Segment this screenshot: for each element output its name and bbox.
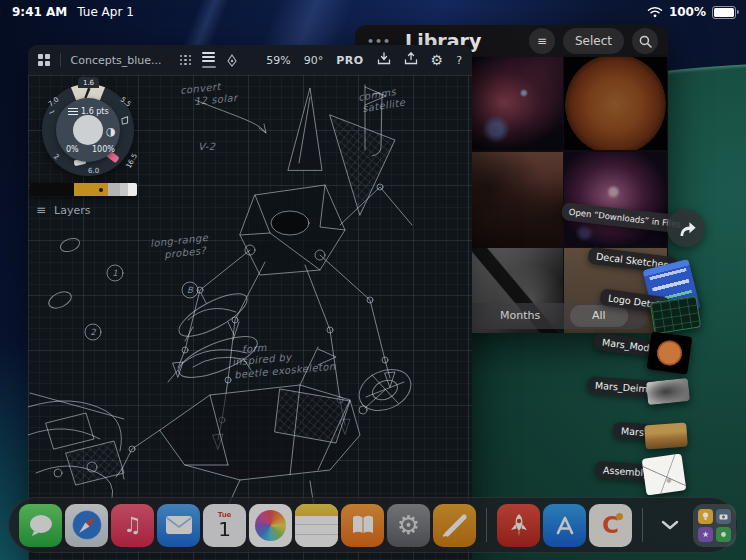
active-size-tab: 1.6	[78, 77, 99, 88]
gear-icon: ⚙	[397, 510, 420, 540]
pro-badge[interactable]: PRO	[336, 54, 363, 67]
dock-app-appstore[interactable]	[543, 504, 586, 547]
mini-lightbulb-icon	[698, 509, 713, 524]
circled-marker-1: 1	[112, 268, 117, 278]
swatch-white[interactable]	[128, 183, 137, 196]
view-options-icon[interactable]: ≡	[529, 28, 555, 54]
open-book-icon	[350, 514, 376, 536]
opacity-max-label: 100%	[92, 145, 115, 154]
segment-months[interactable]: Months	[500, 309, 540, 322]
dock-app-mail[interactable]	[157, 504, 200, 547]
layers-panel-icon[interactable]	[202, 52, 216, 67]
chevron-down-icon	[661, 520, 679, 530]
color-swatch-bar	[30, 183, 137, 196]
contrast-icon[interactable]: ◑	[106, 125, 116, 138]
select-button[interactable]: Select	[563, 28, 624, 54]
status-bar: 9:41 AM Tue Apr 1 100%	[0, 0, 746, 24]
projects-grid-icon[interactable]	[38, 54, 50, 66]
dock-app-orange-c[interactable]: C	[589, 504, 632, 547]
export-icon[interactable]	[404, 52, 418, 68]
import-icon[interactable]	[377, 52, 391, 68]
wifi-icon	[647, 6, 663, 18]
calendar-day: 1	[218, 519, 231, 539]
notes-lines-icon	[295, 516, 338, 547]
dock-divider	[486, 508, 487, 542]
dock-app-calendar[interactable]: Tue 1	[203, 504, 246, 547]
dock-app-settings[interactable]: ⚙	[387, 504, 430, 547]
layers-toggle[interactable]: ≡ Layers	[36, 203, 90, 217]
rocket-icon	[505, 511, 533, 539]
battery-icon	[712, 6, 736, 19]
notes-header-icon	[295, 504, 338, 516]
document-title[interactable]: Concepts_blue...	[71, 54, 162, 67]
circled-marker-b: B	[187, 285, 194, 295]
grid-settings-icon[interactable]	[180, 55, 192, 66]
dock-app-library[interactable]: ★	[693, 504, 736, 547]
toolbar-divider	[60, 53, 61, 67]
zoom-level[interactable]: 59%	[266, 54, 290, 67]
layers-label: Layers	[54, 204, 90, 217]
swatch-black[interactable]	[30, 183, 74, 196]
mini-camera-icon	[716, 509, 731, 524]
dock-app-concepts[interactable]	[433, 504, 476, 547]
photos-pinwheel-icon	[255, 510, 286, 541]
appstore-a-icon	[552, 512, 578, 538]
date: Tue Apr 1	[77, 5, 134, 19]
c-dot-icon	[616, 513, 623, 520]
dock-app-music[interactable]: ♫	[111, 504, 154, 547]
dock-app-messages[interactable]	[19, 504, 62, 547]
mini-green-app-icon	[716, 527, 731, 542]
rotation-angle[interactable]: 90°	[304, 54, 324, 67]
swatch-gold-selected[interactable]	[74, 183, 108, 196]
tool-wheel-color-knob[interactable]	[73, 115, 103, 145]
dock-app-notes[interactable]	[295, 504, 338, 547]
tool-size-badge: 6.0	[88, 167, 99, 175]
dock-app-photos[interactable]	[249, 504, 292, 547]
dock-app-safari[interactable]	[65, 504, 108, 547]
music-note-icon: ♫	[123, 513, 142, 537]
selected-swatch-dot	[99, 188, 103, 192]
annotation-v2: V-2	[198, 141, 215, 152]
opacity-min-label: 0%	[66, 145, 79, 154]
swatch-gray[interactable]	[108, 183, 120, 196]
settings-gear-icon[interactable]: ⚙	[431, 52, 444, 68]
dock-collapse-chevron[interactable]	[653, 504, 687, 547]
help-icon[interactable]: ?	[456, 54, 462, 67]
clock: 9:41 AM	[12, 5, 67, 19]
nib-tool-icon[interactable]	[120, 111, 130, 130]
pen-nib-icon[interactable]	[226, 54, 238, 67]
dock-app-rocket[interactable]	[497, 504, 540, 547]
envelope-icon	[165, 515, 193, 535]
dock-app-books[interactable]	[341, 504, 384, 547]
dock-divider	[642, 508, 643, 542]
circled-marker-2: 2	[90, 327, 96, 337]
mini-star-icon: ★	[698, 527, 713, 542]
compass-icon	[70, 508, 104, 542]
segment-all[interactable]: All	[592, 309, 606, 322]
swatch-gray-light[interactable]	[120, 183, 128, 196]
search-icon[interactable]	[632, 28, 658, 54]
battery-percent: 100%	[669, 5, 706, 19]
concepts-sketch-window: Concepts_blue... 59% 90° PRO ⚙ ?	[28, 45, 472, 560]
concepts-toolbar: Concepts_blue... 59% 90° PRO ⚙ ?	[28, 45, 472, 75]
ipad-screen: ••• Library ≡ Select Months All Concepts…	[0, 0, 746, 560]
dock: ♫ Tue 1 ⚙	[8, 497, 738, 553]
chat-bubble-icon	[28, 513, 54, 537]
layers-lines-icon: ≡	[36, 203, 46, 217]
